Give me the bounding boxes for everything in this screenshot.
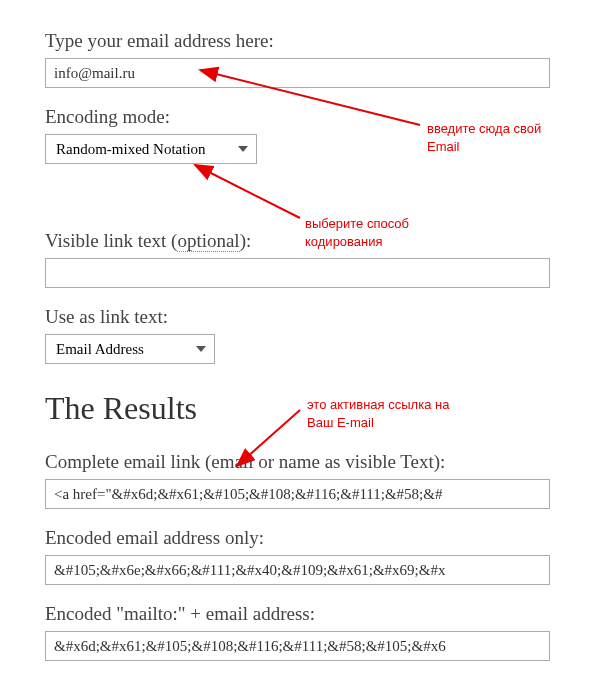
encoded-email-label: Encoded email address only: [45, 527, 550, 549]
visible-text-label-after: ): [240, 230, 252, 251]
visible-text-label-before: Visible link text ( [45, 230, 177, 251]
encoding-label: Encoding mode: [45, 106, 550, 128]
visible-text-label: Visible link text (optional): [45, 230, 550, 252]
link-text-field-group: Use as link text: Email Address [45, 306, 550, 364]
link-text-label: Use as link text: [45, 306, 550, 328]
complete-link-output[interactable] [45, 479, 550, 509]
visible-text-field-group: Visible link text (optional): [45, 230, 550, 288]
results-heading: The Results [45, 390, 550, 427]
encoded-mailto-group: Encoded "mailto:" + email address: [45, 603, 550, 661]
email-field-group: Type your email address here: [45, 30, 550, 88]
encoded-mailto-output[interactable] [45, 631, 550, 661]
visible-text-input[interactable] [45, 258, 550, 288]
encoded-email-group: Encoded email address only: [45, 527, 550, 585]
encoding-select[interactable]: Random-mixed Notation [45, 134, 257, 164]
email-label: Type your email address here: [45, 30, 550, 52]
encoded-email-output[interactable] [45, 555, 550, 585]
optional-text: optional [177, 230, 239, 252]
encoded-mailto-label: Encoded "mailto:" + email address: [45, 603, 550, 625]
link-text-select[interactable]: Email Address [45, 334, 215, 364]
encoding-field-group: Encoding mode: Random-mixed Notation [45, 106, 550, 164]
complete-link-label: Complete email link (email or name as vi… [45, 451, 550, 473]
email-input[interactable] [45, 58, 550, 88]
complete-link-group: Complete email link (email or name as vi… [45, 451, 550, 509]
